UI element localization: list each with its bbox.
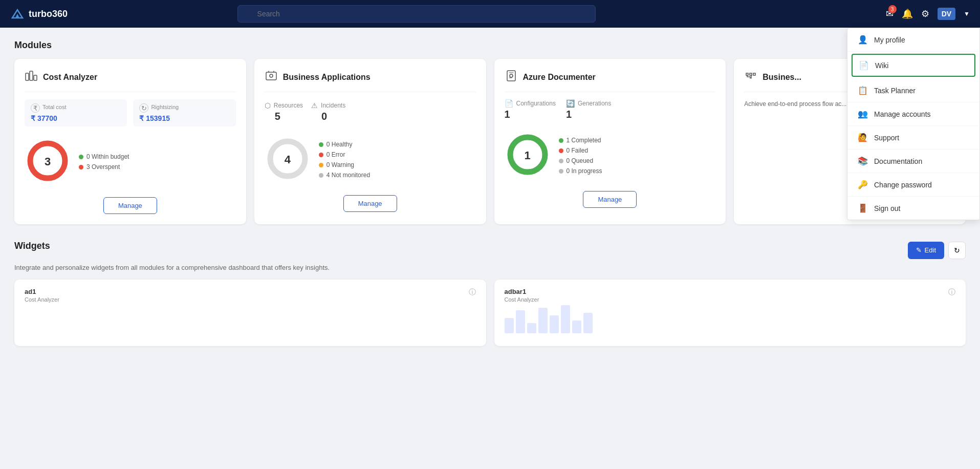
dot-red-az [559,148,563,153]
legend-item-0: 0 Within budget [79,153,129,160]
dropdown-label-documentation: Documentation [874,157,922,165]
svg-point-8 [270,74,273,77]
widgets-header: Widgets ✎ Edit ↻ [14,241,966,260]
dot-gray-az-0 [559,159,563,163]
cost-legend: 0 Within budget 3 Overspent [79,153,129,170]
resources-value: 5 [265,111,303,122]
az-title: Azure Documenter [523,73,596,82]
chevron-down-icon[interactable]: ▼ [964,10,970,17]
dropdown-item-change-password[interactable]: 🔑 Change password [847,173,979,197]
edit-button[interactable]: ✎ Edit [908,242,944,259]
resources-label: Resources [274,102,303,109]
az-legend-completed: 1 Completed [559,137,602,144]
widget-ad1-info-icon[interactable]: ⓘ [469,288,476,297]
svg-marker-1 [15,14,19,18]
svg-point-11 [510,74,513,77]
az-chart-area: 1 1 Completed 0 Failed 0 Queued [505,127,716,184]
refresh-button[interactable]: ↻ [948,242,966,259]
avatar[interactable]: DV [938,8,955,20]
widget-adbar1: adbar1 Cost Analyzer ⓘ [494,280,966,346]
dot-gray-az-1 [559,169,563,174]
user-dropdown: 👤 My profile 📄 Wiki 📋 Task Planner 👥 Man… [847,28,980,220]
generations-label: Generations [578,100,611,107]
ba-manage-button[interactable]: Manage [343,195,397,212]
change-password-icon: 🔑 [858,180,868,189]
bp-icon [744,69,757,86]
ba-legend-label-0: 0 Healthy [326,141,353,148]
ba-legend-not-monitored: 4 Not monitored [319,172,370,179]
bar-8 [583,313,593,333]
bell-icon[interactable]: 🔔 [902,8,913,19]
ba-icon [265,69,278,86]
business-applications-card: Business Applications ⬡ Resources 5 ⚠ In… [254,59,486,224]
az-donut-number: 1 [524,149,530,162]
widget-adbar1-subtitle: Cost Analyzer [505,296,539,303]
messages-icon[interactable]: ✉ 3 [886,8,894,19]
wiki-icon: 📄 [859,60,869,70]
ba-stats: ⬡ Resources 5 ⚠ Incidents 0 [265,99,476,124]
cost-manage-button[interactable]: Manage [103,197,157,214]
widget-ad1-title: ad1 [25,288,59,295]
az-legend-queued: 0 Queued [559,157,602,164]
dropdown-item-support[interactable]: 🙋 Support [847,126,979,150]
configurations-value: 1 [505,109,556,120]
ba-legend-label-1: 0 Error [326,151,345,158]
adbar1-chart [505,303,956,333]
configurations-label: Configurations [516,100,556,107]
rightsizing-label: Rightsizing [151,104,179,110]
total-cost-box: ₹ Total cost ₹ 37700 [25,99,127,126]
dropdown-label-wiki: Wiki [875,61,888,70]
widgets-description: Integrate and personalize widgets from a… [14,264,966,271]
logo[interactable]: turbo360 [10,7,92,21]
widget-ad1-header: ad1 Cost Analyzer ⓘ [25,288,476,303]
search-input[interactable] [237,5,596,23]
notification-badge: 3 [888,5,897,13]
settings-icon[interactable]: ⚙ [921,8,929,19]
dropdown-item-documentation[interactable]: 📚 Documentation [847,150,979,173]
rupee-icon: ₹ [31,103,40,113]
az-legend-label-2: 0 Queued [567,157,594,164]
dropdown-item-wiki[interactable]: 📄 Wiki [852,54,975,77]
total-cost-value: ₹ 37700 [31,114,121,122]
az-legend-label-0: 1 Completed [567,137,601,144]
az-manage-button[interactable]: Manage [583,191,637,208]
total-cost-label: Total cost [42,104,66,110]
modules-grid: Cost Analyzer ₹ Total cost ₹ 37700 ↻ Rig… [14,59,966,224]
cost-donut-number: 3 [45,155,51,168]
widget-adbar1-info-icon[interactable]: ⓘ [948,288,955,297]
widgets-actions: ✎ Edit ↻ [908,242,966,259]
cost-analyzer-icon [25,69,38,86]
svg-rect-10 [507,71,515,81]
dropdown-item-my-profile[interactable]: 👤 My profile [847,28,979,52]
dot-red-ba [319,153,323,157]
dot-gray-ba [319,173,323,178]
ba-title: Business Applications [283,73,371,82]
cost-chart-area: 3 0 Within budget 3 Overspent [25,134,236,190]
rightsizing-box: ↻ Rightsizing ₹ 153915 [133,99,235,126]
cost-stats: ₹ Total cost ₹ 37700 ↻ Rightsizing ₹ 153… [25,99,236,126]
ba-legend-label-2: 0 Warning [326,161,354,168]
generations-icon: 🔄 [566,99,575,108]
configurations-icon: 📄 [505,99,513,108]
task-planner-icon: 📋 [858,86,868,95]
dropdown-label-change-password: Change password [874,181,932,189]
dropdown-item-manage-accounts[interactable]: 👥 Manage accounts [847,102,979,126]
cost-analyzer-header: Cost Analyzer [25,69,236,92]
incidents-icon: ⚠ [311,101,318,110]
refresh-icon: ↻ [954,246,960,254]
ba-incidents-stat: ⚠ Incidents 0 [311,101,345,122]
az-header: Azure Documenter [505,69,716,92]
dot-orange-ba [319,163,323,167]
az-legend: 1 Completed 0 Failed 0 Queued 0 In progr… [559,137,602,175]
modules-title: Modules [14,40,966,51]
az-stats: 📄 Configurations 1 🔄 Generations 1 [505,99,716,120]
bar-5 [550,315,559,333]
dropdown-item-task-planner[interactable]: 📋 Task Planner [847,79,979,102]
az-legend-label-3: 0 In progress [567,167,602,175]
manage-accounts-icon: 👥 [858,109,868,119]
sign-out-icon: 🚪 [858,203,868,213]
dropdown-item-sign-out[interactable]: 🚪 Sign out [847,197,979,220]
bar-6 [561,305,570,333]
search-area: 🔍 [237,5,596,23]
ba-legend-error: 0 Error [319,151,370,158]
